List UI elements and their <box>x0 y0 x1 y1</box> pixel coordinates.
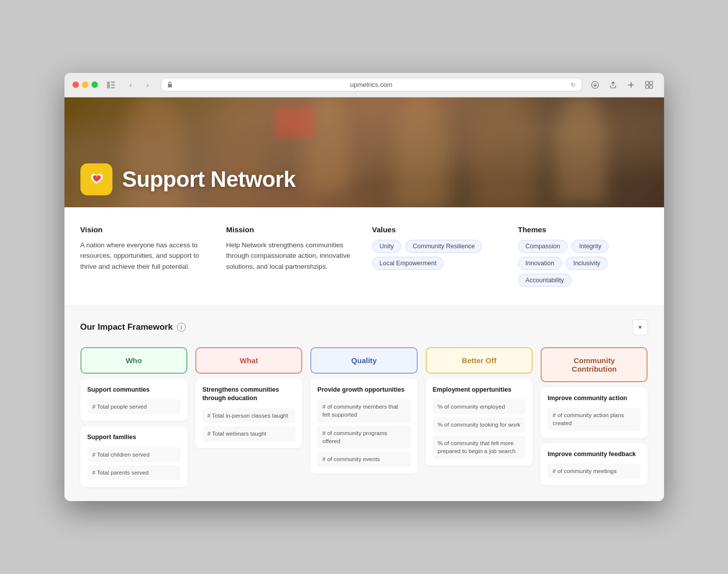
theme-tag: Inclusivity <box>566 257 608 270</box>
card-heading: Support communties <box>87 386 180 395</box>
metric-item: # Total in-person classes taught <box>202 408 295 423</box>
back-button[interactable]: ‹ <box>124 78 138 92</box>
impact-framework-section: Our Impact Framework i ▾ WhoSupport comm… <box>64 305 664 501</box>
framework-col-who: WhoSupport communties# Total people serv… <box>80 347 187 487</box>
minimize-button[interactable] <box>82 81 88 88</box>
hero-content: Support Network <box>80 163 296 195</box>
browser-nav: ‹ › <box>124 78 155 92</box>
values-tags: UnityCommunity ResilienceLocal Empowerme… <box>372 240 502 270</box>
tabs-icon[interactable] <box>642 78 656 92</box>
address-bar[interactable]: upmetrics.com ↻ <box>161 78 582 91</box>
themes-tags: CompassionIntegrityInnovationInclusivity… <box>518 240 648 287</box>
metric-item: # of community meetings <box>548 464 641 479</box>
mission-column: Mission Help Network strengthens communi… <box>226 225 356 287</box>
card-heading: Improve community feedback <box>548 450 641 459</box>
metric-item: # of community action plans created <box>548 408 641 431</box>
impact-header: Our Impact Framework i ▾ <box>80 319 648 335</box>
reload-icon[interactable]: ↻ <box>571 81 576 88</box>
metric-item: # Total children served <box>87 447 180 462</box>
framework-grid: WhoSupport communties# Total people serv… <box>80 347 648 487</box>
framework-col-quality: QualityProvide growth opportunities# of … <box>310 347 417 487</box>
framework-col-community: Community ContributionImprove community … <box>541 347 648 487</box>
framework-card: Provide growth opportunities# of communi… <box>310 379 417 474</box>
framework-card: Support families# Total children served#… <box>80 426 187 487</box>
impact-title-container: Our Impact Framework i <box>80 322 186 332</box>
maximize-button[interactable] <box>91 81 98 88</box>
lock-icon <box>167 81 172 88</box>
metric-item: % of community looking for work <box>433 417 526 432</box>
metric-item: # of community programs offered <box>317 426 410 449</box>
forward-button[interactable]: › <box>141 78 155 92</box>
framework-col-better: Better OffEmployment oppertunities% of c… <box>426 347 533 487</box>
framework-header-quality[interactable]: Quality <box>310 347 417 374</box>
card-heading: Support families <box>87 433 180 442</box>
metric-item: # Total webinars taught <box>202 426 295 441</box>
value-tag: Unity <box>372 240 401 253</box>
vision-text: A nation where everyone has access to re… <box>80 240 210 272</box>
framework-header-who[interactable]: Who <box>80 347 187 374</box>
framework-card: Employment oppertunities% of community e… <box>426 379 533 466</box>
collapse-button[interactable]: ▾ <box>632 319 648 335</box>
values-heading: Values <box>372 225 502 234</box>
browser-chrome: ‹ › upmetrics.com ↻ <box>64 73 664 97</box>
framework-header-what[interactable]: What <box>195 347 302 374</box>
svg-rect-0 <box>107 81 110 88</box>
card-heading: Strengthens communities through educatio… <box>202 386 295 403</box>
sidebar-toggle-icon[interactable] <box>104 78 118 92</box>
info-icon[interactable]: i <box>177 323 186 332</box>
framework-card: Improve community feedback# of community… <box>541 443 648 486</box>
svg-rect-2 <box>111 84 115 85</box>
browser-window: ‹ › upmetrics.com ↻ <box>64 73 664 501</box>
vision-heading: Vision <box>80 225 210 234</box>
theme-tag: Innovation <box>518 257 562 270</box>
mission-heading: Mission <box>226 225 356 234</box>
theme-tag: Accountability <box>518 274 572 287</box>
card-heading: Provide growth opportunities <box>317 386 410 395</box>
hero-title: Support Network <box>122 167 296 192</box>
svg-rect-7 <box>650 81 653 84</box>
metric-item: # Total people served <box>87 399 180 414</box>
svg-rect-4 <box>168 84 172 87</box>
svg-rect-3 <box>111 87 115 88</box>
svg-rect-8 <box>646 85 649 88</box>
card-heading: Employment oppertunities <box>433 386 526 395</box>
values-column: Values UnityCommunity ResilienceLocal Em… <box>372 225 502 287</box>
value-tag: Community Resilience <box>405 240 482 253</box>
framework-card: Improve community action# of community a… <box>541 387 648 438</box>
hero-logo <box>80 163 112 195</box>
svg-rect-9 <box>650 85 653 88</box>
close-button[interactable] <box>72 81 79 88</box>
svg-rect-6 <box>646 81 649 84</box>
themes-column: Themes CompassionIntegrityInnovationIncl… <box>518 225 648 287</box>
impact-title-text: Our Impact Framework <box>80 322 173 332</box>
svg-rect-1 <box>111 81 115 83</box>
browser-actions <box>588 78 656 92</box>
framework-card: Strengthens communities through educatio… <box>195 379 302 448</box>
metric-item: % of community that felt more prepared t… <box>433 436 526 459</box>
framework-card: Support communties# Total people served <box>80 379 187 422</box>
download-icon[interactable] <box>588 78 602 92</box>
hero-section: Support Network <box>64 97 664 207</box>
theme-tag: Compassion <box>518 240 568 253</box>
metric-item: # of community members that felt support… <box>317 399 410 422</box>
url-text: upmetrics.com <box>175 81 568 88</box>
metric-item: # of community events <box>317 452 410 467</box>
metric-item: % of community employed <box>433 399 526 414</box>
framework-header-better[interactable]: Better Off <box>426 347 533 374</box>
metric-item: # Total parents served <box>87 465 180 480</box>
card-heading: Improve community action <box>548 394 641 403</box>
share-icon[interactable] <box>606 78 620 92</box>
new-tab-icon[interactable] <box>624 78 638 92</box>
themes-heading: Themes <box>518 225 648 234</box>
framework-col-what: WhatStrengthens communities through educ… <box>195 347 302 487</box>
framework-header-community[interactable]: Community Contribution <box>541 347 648 382</box>
mission-text: Help Network strengthens communities thr… <box>226 240 356 272</box>
traffic-lights <box>72 81 98 88</box>
value-tag: Local Empowerment <box>372 257 444 270</box>
mission-section: Vision A nation where everyone has acces… <box>64 207 664 305</box>
vision-column: Vision A nation where everyone has acces… <box>80 225 210 287</box>
theme-tag: Integrity <box>572 240 609 253</box>
